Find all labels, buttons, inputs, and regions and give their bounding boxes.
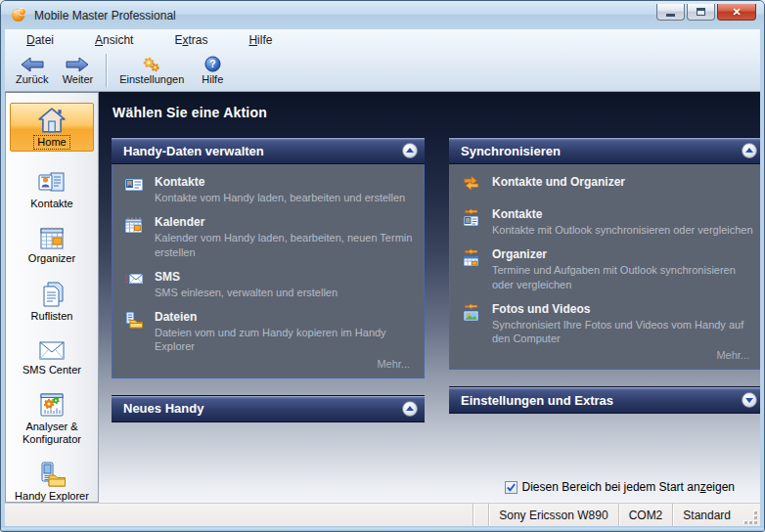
menu-bar: Datei Ansicht Extras Hilfe	[5, 29, 760, 50]
calendar-icon	[124, 215, 144, 259]
files-icon	[124, 310, 144, 354]
sidebar-item-sms-center[interactable]: SMS Center	[10, 338, 94, 377]
home-icon	[37, 107, 67, 134]
maximize-button[interactable]	[687, 4, 715, 21]
panel-header-synchronisieren[interactable]: Synchronisieren	[449, 137, 760, 164]
status-cell-empty	[472, 504, 488, 526]
action-desc: Kontakte mit Outlook synchronisieren ode…	[492, 223, 753, 237]
settings-button[interactable]: Einstellungen	[112, 50, 191, 91]
resize-grip[interactable]	[742, 510, 758, 525]
action-title: Kontakte	[155, 175, 405, 189]
app-window: Mobile Master Professional ✕ Datei Ansic…	[0, 0, 765, 532]
page-title: Wählen Sie eine Aktion	[99, 92, 760, 120]
contacts-icon	[37, 170, 67, 196]
action-desc: Kalender vom Handy laden, bearbeiten, ne…	[155, 231, 414, 259]
sync-organizer-icon	[462, 247, 481, 291]
collapse-button[interactable]	[402, 401, 418, 417]
panel-title: Neues Handy	[123, 401, 402, 416]
check-icon	[506, 482, 517, 493]
sidebar-item-label: Home	[34, 136, 68, 149]
action-title: SMS	[155, 270, 338, 284]
startup-checkbox-row: Diesen Bereich bei jedem Start anzeigen	[505, 480, 735, 494]
panel-header-einstellungen-extras[interactable]: Einstellungen und Extras	[449, 386, 760, 414]
sms-icon	[124, 270, 144, 299]
main-area: Wählen Sie eine Aktion Handy-Daten verwa…	[99, 92, 760, 503]
window-bottom-frame	[1, 526, 764, 531]
chevron-up-icon	[745, 148, 753, 153]
action-title: Organizer	[492, 247, 753, 261]
chevron-up-icon	[406, 148, 414, 153]
action-title: Kalender	[155, 215, 414, 229]
expand-button[interactable]	[742, 392, 757, 408]
sidebar-item-analyser-konfigurator[interactable]: Analyser & Konfigurator	[10, 391, 94, 445]
close-icon: ✕	[732, 6, 741, 19]
action-kontakte-und-organizer[interactable]: Kontakte und Organizer	[462, 175, 753, 197]
action-sync-kontakte[interactable]: Kontakte Kontakte mit Outlook synchronis…	[462, 207, 753, 237]
panel-header-neues-handy[interactable]: Neues Handy	[112, 395, 425, 422]
sidebar-item-label: Handy Explorer	[15, 490, 89, 503]
menu-ansicht[interactable]: Ansicht	[85, 31, 143, 49]
menu-hilfe[interactable]: Hilfe	[239, 31, 282, 49]
action-kalender[interactable]: Kalender Kalender vom Handy laden, bearb…	[124, 215, 414, 259]
sidebar-item-organizer[interactable]: Organizer	[10, 225, 94, 265]
forward-button[interactable]: Weiter	[56, 50, 101, 91]
sidebar-item-home[interactable]: Home	[10, 103, 94, 152]
status-profile: Standard	[672, 504, 741, 526]
action-kontakte[interactable]: Kontakte Kontakte vom Handy laden, bearb…	[124, 175, 414, 204]
startup-checkbox[interactable]	[505, 481, 518, 494]
sidebar: Home Kontakte	[5, 92, 99, 503]
action-title: Kontakte und Organizer	[492, 175, 625, 189]
gears-icon	[141, 57, 162, 72]
menu-extras[interactable]: Extras	[164, 31, 217, 49]
panel-title: Handy-Daten verwalten	[123, 144, 402, 158]
call-lists-icon	[38, 281, 66, 308]
sidebar-item-ruflisten[interactable]: Ruflisten	[10, 281, 94, 323]
action-dateien[interactable]: Dateien Dateien vom und zum Handy kopier…	[124, 310, 414, 354]
action-title: Kontakte	[492, 207, 753, 221]
sidebar-item-label: Ruflisten	[31, 310, 73, 323]
close-button[interactable]: ✕	[717, 4, 756, 21]
organizer-icon	[37, 225, 67, 250]
sidebar-item-label: SMS Center	[22, 364, 81, 377]
handy-explorer-icon	[37, 461, 67, 488]
panel-title: Synchronisieren	[461, 144, 742, 158]
sidebar-item-handy-explorer[interactable]: Handy Explorer	[10, 461, 94, 503]
action-fotos-und-videos[interactable]: Fotos und Videos Synchronisiert Ihre Fot…	[462, 302, 753, 346]
minimize-button[interactable]	[656, 4, 685, 21]
sync-photos-icon	[462, 302, 481, 346]
sidebar-item-label: Analyser & Konfigurator	[10, 421, 94, 445]
action-desc: Synchronisiert Ihre Fotos und Videos vom…	[492, 318, 753, 346]
action-desc: Termine und Aufgaben mit Outlook synchro…	[492, 263, 753, 291]
panel-body-synchronisieren: Kontakte und Organizer	[449, 164, 760, 370]
action-title: Dateien	[155, 310, 414, 324]
panel-body-handy-daten: Kontakte Kontakte vom Handy laden, bearb…	[112, 164, 425, 378]
status-bar: Sony Ericsson W890 COM2 Standard	[5, 503, 760, 526]
status-port: COM2	[618, 504, 673, 526]
action-title: Fotos und Videos	[492, 302, 753, 316]
panel-title: Einstellungen und Extras	[461, 393, 742, 408]
app-logo-icon	[11, 7, 27, 23]
more-link-handy-daten[interactable]: Mehr...	[124, 358, 414, 375]
action-sms[interactable]: SMS SMS einlesen, verwalten und erstelle…	[124, 270, 414, 299]
back-button[interactable]: Zurück	[9, 50, 56, 91]
help-icon: ?	[204, 56, 221, 72]
back-arrow-icon	[21, 57, 44, 72]
panel-header-handy-daten[interactable]: Handy-Daten verwalten	[112, 137, 425, 164]
window-title: Mobile Master Professional	[34, 9, 656, 22]
menu-datei[interactable]: Datei	[17, 31, 64, 49]
maximize-icon	[697, 8, 705, 16]
contact-card-icon	[124, 175, 144, 204]
toolbar: Zurück Weiter Einstellungen ?	[5, 50, 760, 92]
action-desc: SMS einlesen, verwalten und erstellen	[155, 286, 338, 299]
svg-text:?: ?	[209, 59, 215, 69]
status-device: Sony Ericsson W890	[488, 504, 617, 526]
help-button[interactable]: ? Hilfe	[191, 50, 234, 91]
sync-contacts-icon	[462, 207, 481, 237]
collapse-button[interactable]	[742, 143, 757, 158]
sidebar-item-kontakte[interactable]: Kontakte	[10, 170, 94, 210]
startup-checkbox-label: Diesen Bereich bei jedem Start anzeigen	[522, 480, 735, 494]
action-sync-organizer[interactable]: Organizer Termine und Aufgaben mit Outlo…	[462, 247, 753, 291]
sidebar-item-label: Kontakte	[30, 198, 72, 210]
more-link-synchronisieren[interactable]: Mehr...	[462, 349, 753, 366]
collapse-button[interactable]	[402, 143, 418, 158]
